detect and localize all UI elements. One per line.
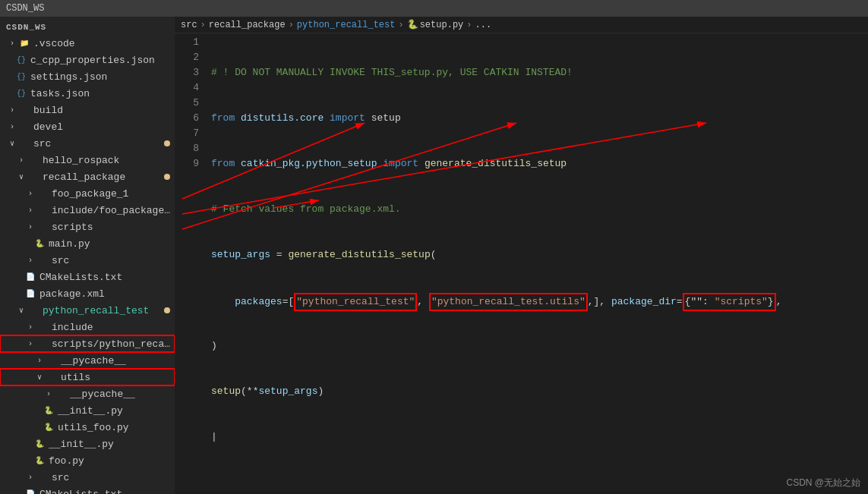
init-scripts-label: __init__.py	[49, 439, 175, 450]
code-line-4: # Fetch values from package.xml.	[211, 202, 868, 217]
pycache-scripts-label: __pycache__	[61, 355, 175, 367]
python-utils-foo-icon: 🐍	[43, 421, 55, 433]
src-python-label: src	[52, 472, 175, 483]
breadcrumb-setup-py: setup.py	[420, 20, 464, 30]
sidebar-item-init-scripts[interactable]: 🐍 __init__.py	[0, 436, 175, 452]
code-line-7: )	[211, 338, 868, 354]
utils-foo-label: utils_foo.py	[58, 422, 175, 433]
python-init-scripts-icon: 🐍	[33, 438, 46, 450]
python-init-utils-icon: 🐍	[43, 404, 55, 417]
breadcrumb-file-icon: 🐍	[407, 19, 418, 30]
folder-recall-icon	[27, 171, 39, 183]
breadcrumb-bar: src › recall_package › python_recall_tes…	[175, 17, 868, 33]
chevron-scripts-recall: ›	[24, 221, 36, 233]
chevron-include-python: ›	[24, 321, 36, 333]
editor-area: src › recall_package › python_recall_tes…	[175, 17, 868, 494]
sidebar-item-src-python[interactable]: › src	[0, 469, 175, 486]
cmake-python-label: CMakeLists.txt	[39, 489, 175, 495]
folder-pycache-utils-icon	[55, 388, 67, 400]
folder-include-foo-icon	[36, 204, 49, 216]
folder-utils-icon	[46, 371, 58, 383]
sidebar-item-hello[interactable]: › hello_rospack	[0, 152, 175, 168]
sidebar-item-pycache-utils[interactable]: › __pycache__	[0, 385, 175, 402]
json-icon2: {}	[15, 71, 27, 83]
sidebar-item-vscode[interactable]: › 📁 .vscode	[0, 35, 175, 52]
code-line-1: # ! DO NOT MANUALLY INVOKE THIS_setup.py…	[211, 65, 868, 80]
sidebar-item-foo[interactable]: › foo_package_1	[0, 185, 175, 202]
hello-label: hello_rospack	[43, 155, 175, 166]
python-main-icon: 🐍	[33, 238, 46, 250]
folder-hello-icon	[27, 154, 39, 166]
breadcrumb-src: src	[181, 20, 197, 30]
scripts-recall-label: scripts	[52, 222, 175, 233]
sidebar-item-devel[interactable]: › devel	[0, 118, 175, 135]
json-icon: {}	[15, 54, 27, 66]
chevron-pycache-utils: ›	[43, 388, 55, 400]
sidebar: CSDN_WS › 📁 .vscode {} c_cpp_properties.…	[0, 17, 175, 494]
folder-scripts-python-icon	[36, 338, 49, 350]
breadcrumb-sep1: ›	[200, 20, 206, 30]
code-content[interactable]: # ! DO NOT MANUALLY INVOKE THIS_setup.py…	[205, 33, 868, 494]
sidebar-title: CSDN_WS	[0, 20, 175, 35]
sidebar-item-foo-py[interactable]: 🐍 foo.py	[0, 452, 175, 469]
vscode-label: .vscode	[33, 38, 175, 49]
devel-label: devel	[33, 121, 175, 133]
sidebar-item-src-recall[interactable]: › src	[0, 252, 175, 269]
folder-scripts-recall-icon	[36, 221, 49, 233]
sidebar-item-package-recall[interactable]: 📄 package.xml	[0, 285, 175, 302]
code-line-6: packages=["python_recall_test", "python_…	[211, 293, 868, 308]
sidebar-item-include-foo[interactable]: › include/foo_package_1	[0, 202, 175, 219]
xml-recall-icon: 📄	[24, 288, 36, 300]
chevron-right-icon: ›	[6, 37, 18, 49]
sidebar-item-main-py[interactable]: 🐍 main.py	[0, 235, 175, 252]
utils-label: utils	[61, 372, 175, 383]
foo-label: foo_package_1	[52, 188, 175, 200]
folder-icon: 📁	[18, 37, 30, 49]
breadcrumb-python-recall: python_recall_test	[297, 20, 396, 30]
python-recall-modified-dot	[164, 307, 170, 313]
src-modified-dot	[164, 140, 170, 146]
breadcrumb-sep2: ›	[289, 20, 294, 30]
title-text: CSDN_WS	[6, 3, 44, 14]
sidebar-item-scripts-python[interactable]: › scripts/python_recall_test	[0, 335, 175, 352]
chevron-scripts-python: ›	[24, 338, 36, 350]
chevron-recall: ∨	[15, 171, 27, 183]
foo-py-label: foo.py	[49, 455, 175, 467]
tasks-label: tasks.json	[30, 88, 175, 99]
sidebar-item-scripts-recall[interactable]: › scripts	[0, 219, 175, 235]
sidebar-item-tasks[interactable]: {} tasks.json	[0, 85, 175, 102]
init-utils-label: __init__.py	[58, 405, 175, 417]
line-numbers: 1 2 3 4 5 6 7 8 9	[175, 33, 205, 494]
sidebar-item-build[interactable]: › build	[0, 102, 175, 118]
chevron-include-foo: ›	[24, 204, 36, 216]
include-python-label: include	[52, 322, 175, 333]
sidebar-item-pycache-scripts[interactable]: › __pycache__	[0, 352, 175, 369]
code-line-5: setup_args = generate_distutils_setup(	[211, 247, 868, 263]
folder-pycache-scripts-icon	[46, 354, 58, 367]
folder-devel-icon	[18, 121, 30, 133]
chevron-src-recall: ›	[24, 254, 36, 266]
chevron-pycache-scripts: ›	[33, 354, 46, 367]
src-label: src	[33, 138, 164, 149]
sidebar-item-settings[interactable]: {} settings.json	[0, 68, 175, 85]
sidebar-item-utils-foo[interactable]: 🐍 utils_foo.py	[0, 419, 175, 436]
sidebar-item-recall-package[interactable]: ∨ recall_package	[0, 168, 175, 185]
sidebar-item-cmake-python[interactable]: 📄 CMakeLists.txt	[0, 486, 175, 494]
pycache-utils-label: __pycache__	[70, 389, 175, 400]
settings-label: settings.json	[30, 71, 175, 83]
sidebar-item-python-recall[interactable]: ∨ python_recall_test	[0, 302, 175, 319]
sidebar-item-include-python[interactable]: › include	[0, 319, 175, 335]
sidebar-item-cmake-recall[interactable]: 📄 CMakeLists.txt	[0, 269, 175, 285]
sidebar-item-utils[interactable]: ∨ utils	[0, 369, 175, 385]
python-foo-icon: 🐍	[33, 455, 46, 467]
chevron-devel: ›	[6, 121, 18, 133]
chevron-foo: ›	[24, 187, 36, 200]
cmake-recall-icon: 📄	[24, 271, 36, 283]
scripts-python-label: scripts/python_recall_test	[52, 338, 175, 350]
sidebar-item-src[interactable]: ∨ src	[0, 135, 175, 152]
folder-foo-icon	[36, 187, 49, 200]
code-line-3: from catkin_pkg.python_setup import gene…	[211, 156, 868, 171]
sidebar-item-init-utils[interactable]: 🐍 __init__.py	[0, 402, 175, 419]
breadcrumb-recall-pkg: recall_package	[209, 20, 286, 30]
sidebar-item-c-cpp[interactable]: {} c_cpp_properties.json	[0, 52, 175, 68]
